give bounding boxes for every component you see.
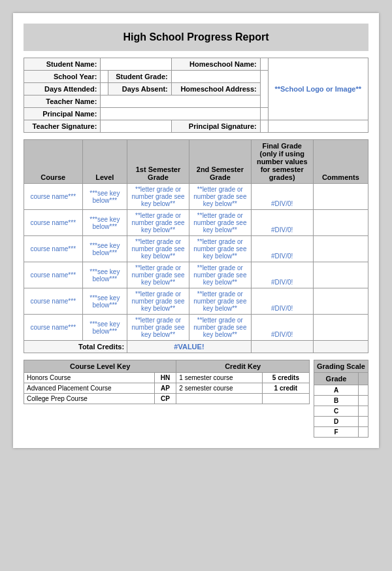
grade-row: course name*** ***see key below*** **let… xyxy=(24,210,368,236)
grading-scale-header: Grading Scale xyxy=(314,360,368,373)
days-attended-label: Days Attended: xyxy=(24,83,101,95)
grade-col-header: Grade xyxy=(314,373,359,385)
row-level-1: ***see key below*** xyxy=(82,210,127,236)
grade-b-row: B xyxy=(314,396,368,406)
grade-f: F xyxy=(314,427,359,438)
page-title: High School Progress Report xyxy=(26,31,366,43)
total-value: #VALUE! xyxy=(127,341,252,353)
grade-f-row: F xyxy=(314,427,368,438)
principal-name-value xyxy=(101,108,260,120)
teacher-name-label: Teacher Name: xyxy=(24,95,101,108)
grade-a: A xyxy=(314,385,359,396)
credit-row1-value: 5 credits xyxy=(262,373,309,383)
grade-c-row: C xyxy=(314,406,368,417)
grade-a-row: A xyxy=(314,385,368,396)
grading-scale-section: Grading Scale Grade A B C xyxy=(314,360,368,438)
row-final-3: #DIV/0! xyxy=(251,262,313,288)
days-attended-value xyxy=(101,83,108,95)
keys-section: Course Level Key Credit Key Honors Cours… xyxy=(24,360,310,407)
row-final-1: #DIV/0! xyxy=(251,210,313,236)
key-row-1: Honors Course HN 1 semester course 5 cre… xyxy=(24,373,310,383)
grade-b-value xyxy=(359,396,368,406)
row-sem2-0: **letter grade or number grade see key b… xyxy=(189,184,251,210)
row-comments-1 xyxy=(313,210,368,236)
row-course-5: course name*** xyxy=(24,315,83,341)
teacher-name-value xyxy=(101,95,260,108)
row-sem2-1: **letter grade or number grade see key b… xyxy=(189,210,251,236)
credit-row3-label xyxy=(176,394,262,404)
row-level-5: ***see key below*** xyxy=(82,315,127,341)
credit-row2-label: 2 semester course xyxy=(176,383,262,394)
ap-abbr: AP xyxy=(154,383,176,394)
row-level-2: ***see key below*** xyxy=(82,236,127,262)
key-row-3: College Prep Course CP xyxy=(24,394,310,404)
bottom-section: Course Level Key Credit Key Honors Cours… xyxy=(24,360,368,438)
school-logo: **School Logo or Image** xyxy=(268,58,368,120)
row-comments-0 xyxy=(313,184,368,210)
grade-c-value xyxy=(359,406,368,417)
honors-abbr: HN xyxy=(154,373,176,383)
logo-bottom xyxy=(268,120,368,133)
honors-label: Honors Course xyxy=(24,373,155,383)
grade-section: Course Level 1st Semester Grade 2nd Seme… xyxy=(24,139,368,353)
row-comments-2 xyxy=(313,236,368,262)
student-grade-label: Student Grade: xyxy=(108,71,172,83)
homeschool-address-label: Homeschool Address: xyxy=(171,83,260,95)
title-bar: High School Progress Report xyxy=(24,24,368,51)
row-level-3: ***see key below*** xyxy=(82,262,127,288)
row-final-5: #DIV/0! xyxy=(251,315,313,341)
row-final-0: #DIV/0! xyxy=(251,184,313,210)
row-sem1-3: **letter grade or number grade see key b… xyxy=(127,262,189,288)
total-empty1 xyxy=(251,341,313,353)
grade-b: B xyxy=(314,396,359,406)
school-year-value xyxy=(101,71,108,83)
grade-row: course name*** ***see key below*** **let… xyxy=(24,262,368,288)
row-sem2-2: **letter grade or number grade see key b… xyxy=(189,236,251,262)
days-absent-label: Days Absent: xyxy=(108,83,172,95)
total-empty2 xyxy=(313,341,368,353)
row-sem1-1: **letter grade or number grade see key b… xyxy=(127,210,189,236)
row-course-2: course name*** xyxy=(24,236,83,262)
grade-row: course name*** ***see key below*** **let… xyxy=(24,236,368,262)
row-comments-5 xyxy=(313,315,368,341)
header-sem2: 2nd Semester Grade xyxy=(189,140,251,184)
cp-label: College Prep Course xyxy=(24,394,155,404)
row-course-4: course name*** xyxy=(24,288,83,315)
grade-row: course name*** ***see key below*** **let… xyxy=(24,184,368,210)
principal-name-label: Principal Name: xyxy=(24,108,101,120)
grading-scale-table: Grading Scale Grade A B C xyxy=(314,360,368,438)
row-comments-4 xyxy=(313,288,368,315)
row-sem1-5: **letter grade or number grade see key b… xyxy=(127,315,189,341)
info-table: Student Name: Homeschool Name: **School … xyxy=(24,58,368,133)
credit-row3-value xyxy=(262,394,309,404)
principal-signature-value xyxy=(260,120,268,133)
spacer-cell xyxy=(260,108,268,120)
row-sem2-5: **letter grade or number grade see key b… xyxy=(189,315,251,341)
total-row: Total Credits: #VALUE! xyxy=(24,341,368,353)
homeschool-name-label: Homeschool Name: xyxy=(171,58,260,71)
student-name-value xyxy=(101,58,171,71)
homeschool-address-value xyxy=(260,71,268,108)
course-level-key-header: Course Level Key xyxy=(24,360,176,373)
credit-row1-label: 1 semester course xyxy=(176,373,262,383)
grading-scale-title: Grading Scale xyxy=(317,362,365,370)
row-level-4: ***see key below*** xyxy=(82,288,127,315)
credit-row2-value: 1 credit xyxy=(262,383,309,394)
cp-abbr: CP xyxy=(154,394,176,404)
grade-d-row: D xyxy=(314,417,368,427)
row-sem1-2: **letter grade or number grade see key b… xyxy=(127,236,189,262)
header-level: Level xyxy=(82,140,127,184)
grade-row: course name*** ***see key below*** **let… xyxy=(24,288,368,315)
row-final-2: #DIV/0! xyxy=(251,236,313,262)
header-course: Course xyxy=(24,140,83,184)
row-course-3: course name*** xyxy=(24,262,83,288)
grade-row: course name*** ***see key below*** **let… xyxy=(24,315,368,341)
row-sem2-3: **letter grade or number grade see key b… xyxy=(189,262,251,288)
header-comments: Comments xyxy=(313,140,368,184)
teacher-signature-label: Teacher Signature: xyxy=(24,120,101,133)
key-row-2: Advanced Placement Course AP 2 semester … xyxy=(24,383,310,394)
ap-label: Advanced Placement Course xyxy=(24,383,155,394)
grade-c: C xyxy=(314,406,359,417)
student-name-label: Student Name: xyxy=(24,58,101,71)
grade-table: Course Level 1st Semester Grade 2nd Seme… xyxy=(24,139,368,353)
